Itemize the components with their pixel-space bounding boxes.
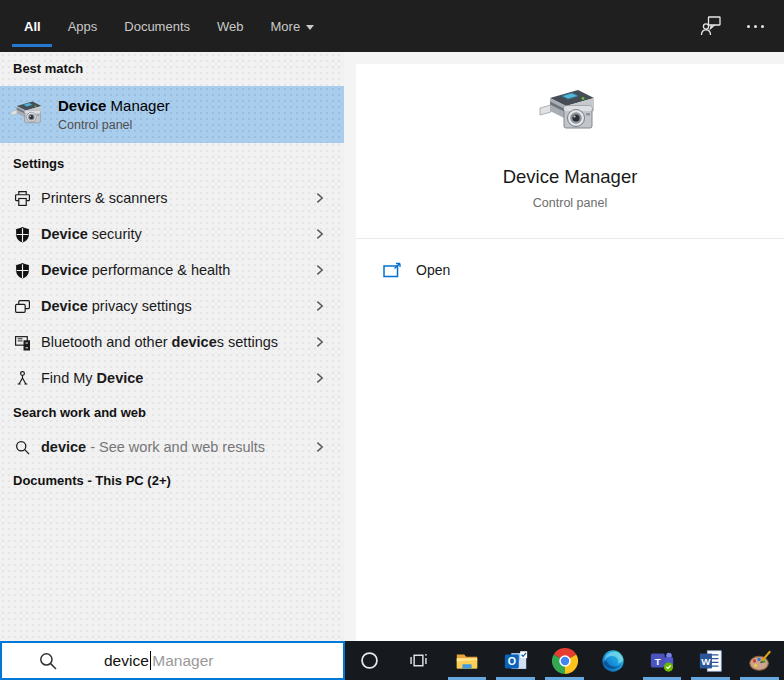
- search-results-panel: Best match Device Manager Con: [0, 52, 344, 641]
- task-view-icon[interactable]: [394, 641, 443, 680]
- file-explorer-icon[interactable]: [443, 641, 492, 680]
- tab-more[interactable]: More: [271, 0, 315, 52]
- tab-documents[interactable]: Documents: [124, 0, 190, 52]
- search-icon: [14, 439, 31, 456]
- best-match-title: Device Manager: [58, 97, 170, 114]
- search-work-web-header: Search work and web: [13, 405, 146, 420]
- chevron-right-icon[interactable]: [313, 441, 326, 454]
- shield-icon: [14, 262, 31, 279]
- bluetooth-devices-icon: [14, 334, 31, 351]
- svg-text:O: O: [507, 655, 515, 667]
- text-cursor: [150, 651, 152, 670]
- chevron-right-icon[interactable]: [313, 300, 326, 313]
- settings-item-printers-scanners[interactable]: Printers & scanners: [0, 180, 344, 216]
- settings-item-device-privacy[interactable]: Device privacy settings: [0, 288, 344, 324]
- feedback-icon[interactable]: [699, 14, 723, 38]
- open-action[interactable]: Open: [356, 252, 784, 288]
- best-match-header: Best match: [13, 61, 83, 76]
- best-match-subtitle: Control panel: [58, 118, 170, 132]
- taskbar: O T: [345, 641, 784, 680]
- word-icon[interactable]: W: [686, 641, 735, 680]
- preview-title: Device Manager: [356, 166, 784, 188]
- device-manager-icon: [10, 98, 46, 132]
- settings-item-find-my-device[interactable]: Find My Device: [0, 360, 344, 396]
- settings-item-device-security[interactable]: Device security: [0, 216, 344, 252]
- printer-icon: [14, 190, 31, 207]
- find-my-device-icon: [14, 370, 31, 387]
- chevron-right-icon[interactable]: [313, 192, 326, 205]
- search-inline-suggestion: Manager: [152, 652, 213, 670]
- chevron-down-icon: [306, 25, 314, 30]
- documents-header: Documents - This PC (2+): [13, 473, 171, 488]
- chrome-icon[interactable]: [540, 641, 589, 680]
- teams-icon[interactable]: T: [638, 641, 687, 680]
- divider: [356, 238, 784, 239]
- open-icon: [383, 262, 402, 278]
- open-label: Open: [416, 262, 450, 278]
- cortana-icon[interactable]: [345, 641, 394, 680]
- preview-card: Device Manager Control panel Open: [356, 64, 784, 641]
- search-typed-text: device: [104, 652, 149, 670]
- shield-icon: [14, 226, 31, 243]
- filter-tabs: All Apps Documents Web More: [0, 0, 314, 52]
- preview-subtitle: Control panel: [356, 196, 784, 210]
- svg-text:T: T: [655, 655, 661, 666]
- tab-all[interactable]: All: [24, 0, 41, 52]
- web-search-result-device[interactable]: device - See work and web results: [0, 429, 344, 465]
- best-match-result-device-manager[interactable]: Device Manager Control panel: [0, 86, 344, 143]
- chevron-right-icon[interactable]: [313, 372, 326, 385]
- edge-icon[interactable]: [589, 641, 638, 680]
- outlook-icon[interactable]: O: [491, 641, 540, 680]
- more-options-icon[interactable]: [747, 25, 764, 28]
- search-input[interactable]: device Manager: [0, 641, 345, 680]
- tab-apps[interactable]: Apps: [68, 0, 98, 52]
- preview-pane-background: Device Manager Control panel Open: [344, 52, 784, 641]
- device-manager-icon: [538, 84, 602, 142]
- chevron-right-icon[interactable]: [313, 336, 326, 349]
- settings-header: Settings: [13, 156, 64, 171]
- chevron-right-icon[interactable]: [313, 228, 326, 241]
- chevron-right-icon[interactable]: [313, 264, 326, 277]
- settings-item-device-performance-health[interactable]: Device performance & health: [0, 252, 344, 288]
- settings-item-bluetooth-devices[interactable]: Bluetooth and other devices settings: [0, 324, 344, 360]
- paint-icon[interactable]: [735, 641, 784, 680]
- search-icon: [38, 651, 58, 671]
- svg-text:W: W: [701, 656, 711, 667]
- tab-web[interactable]: Web: [217, 0, 244, 52]
- devices-icon: [14, 298, 31, 315]
- search-filter-bar: All Apps Documents Web More: [0, 0, 784, 52]
